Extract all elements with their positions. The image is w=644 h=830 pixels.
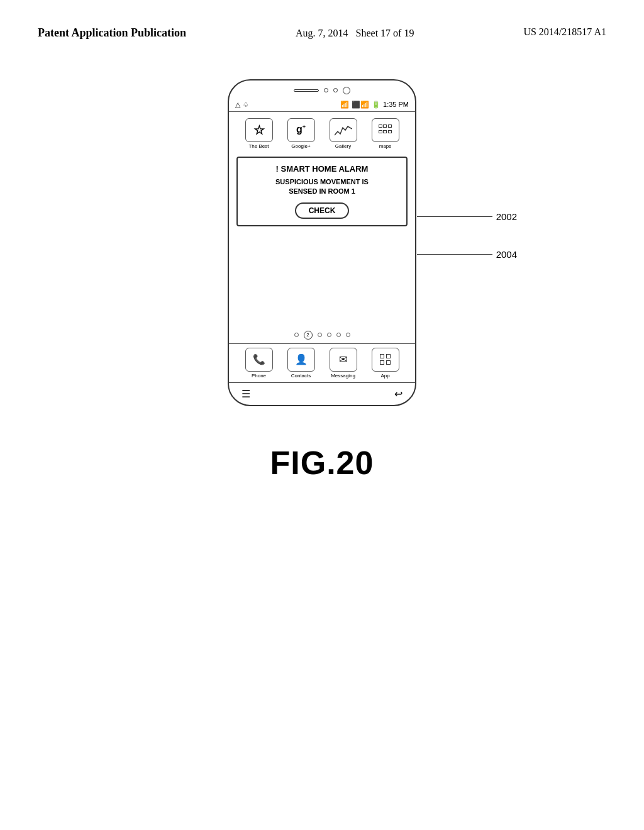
- status-time: 1:35 PM: [383, 101, 409, 108]
- speaker-grille: [294, 89, 319, 92]
- page-header: Patent Application Publication Aug. 7, 2…: [0, 0, 644, 42]
- app-label: App: [380, 373, 389, 379]
- spacer: [229, 231, 415, 325]
- googleplus-icon-box: g+: [287, 118, 315, 142]
- thebest-icon-box: ☆: [245, 118, 273, 142]
- status-left-icons: △ ♤: [235, 101, 249, 109]
- sheet-info: Sheet 17 of 19: [356, 28, 414, 38]
- dot-3: [318, 333, 322, 337]
- dock-contacts[interactable]: 👤 Contacts: [287, 348, 315, 379]
- annotation-2004-label: 2004: [496, 249, 517, 260]
- publication-title: Patent Application Publication: [38, 25, 186, 41]
- phone-icon: 📞: [253, 353, 265, 365]
- star-icon: ☆: [253, 123, 265, 138]
- dot-4: [327, 333, 331, 337]
- contacts-icon-box: 👤: [287, 348, 315, 372]
- publication-date: Aug. 7, 2014: [296, 28, 348, 38]
- page-indicator-dots: 2: [229, 326, 415, 343]
- alert-icon: △: [235, 101, 240, 109]
- annotation-2004-line: [417, 254, 492, 255]
- status-bar: △ ♤ 📶 ⬛📶 🔋 1:35 PM: [229, 98, 415, 112]
- phone-top-bar: [229, 80, 415, 98]
- battery-icon: 🔋: [372, 101, 380, 109]
- back-icon[interactable]: ↩: [394, 388, 402, 400]
- bottom-dock: 📞 Phone 👤 Contacts ✉ Messaging: [229, 343, 415, 382]
- messaging-icon-box: ✉: [330, 348, 357, 372]
- sensor-dot: [333, 88, 338, 92]
- app-icon-thebest[interactable]: ☆ The Best: [245, 118, 273, 149]
- wifi-icon: 📶: [340, 101, 349, 109]
- annotation-2002-label: 2002: [496, 211, 517, 222]
- maps-grid-icon: [379, 124, 392, 136]
- app-icons-row: ☆ The Best g+ Google+ Ga: [229, 112, 415, 152]
- home-button-top: [343, 87, 350, 94]
- dot-2-active: 2: [304, 331, 313, 340]
- phone-label: Phone: [252, 373, 266, 379]
- figure-caption: FIG.20: [270, 444, 374, 482]
- gallery-chart-icon: [335, 124, 352, 136]
- notification-card: ! SMART HOME ALARM SUSPICIOUS MOVEMENT I…: [236, 157, 408, 227]
- messaging-label: Messaging: [331, 373, 355, 379]
- contacts-label: Contacts: [291, 373, 311, 379]
- notification-title: ! SMART HOME ALARM: [245, 164, 399, 174]
- annotation-2002: 2002: [417, 211, 517, 222]
- app-icon-box: [372, 348, 399, 372]
- menu-icon[interactable]: ☰: [242, 388, 250, 400]
- gallery-icon-box: [330, 118, 357, 142]
- annotation-2004: 2004: [417, 249, 517, 260]
- phone-nav-bar: ☰ ↩: [229, 382, 415, 405]
- signal-bars-icon: ⬛📶: [352, 101, 369, 109]
- googleplus-label: Google+: [291, 143, 310, 149]
- lock-icon: ♤: [243, 101, 249, 109]
- annotation-2002-line: [417, 216, 492, 217]
- thebest-label: The Best: [248, 143, 269, 149]
- status-right-icons: 📶 ⬛📶 🔋 1:35 PM: [340, 101, 409, 109]
- dock-messaging[interactable]: ✉ Messaging: [330, 348, 357, 379]
- patent-number: US 2014/218517 A1: [523, 25, 606, 39]
- mail-icon: ✉: [339, 353, 347, 365]
- app-icon-maps[interactable]: maps: [372, 118, 399, 149]
- phone-mockup: △ ♤ 📶 ⬛📶 🔋 1:35 PM ☆ The Best: [228, 79, 416, 406]
- main-content: △ ♤ 📶 ⬛📶 🔋 1:35 PM ☆ The Best: [0, 79, 644, 482]
- phone-icon-box: 📞: [245, 348, 273, 372]
- maps-label: maps: [379, 143, 392, 149]
- phone-figure-wrapper: △ ♤ 📶 ⬛📶 🔋 1:35 PM ☆ The Best: [228, 79, 416, 406]
- dock-phone[interactable]: 📞 Phone: [245, 348, 273, 379]
- contacts-icon: 👤: [295, 353, 308, 365]
- gallery-label: Gallery: [335, 143, 351, 149]
- dock-app[interactable]: App: [372, 348, 399, 379]
- check-button[interactable]: CHECK: [295, 202, 350, 219]
- googleplus-icon: g+: [296, 124, 306, 135]
- dot-1: [294, 333, 299, 337]
- publication-date-sheet: Aug. 7, 2014 Sheet 17 of 19: [296, 25, 414, 42]
- notification-body: SUSPICIOUS MOVEMENT ISSENSED IN ROOM 1: [245, 177, 399, 197]
- app-icon-gallery[interactable]: Gallery: [330, 118, 357, 149]
- app-grid-icon: [380, 354, 391, 365]
- camera-dot: [324, 88, 328, 92]
- app-icon-googleplus[interactable]: g+ Google+: [287, 118, 315, 149]
- dot-6: [346, 333, 350, 337]
- maps-icon-box: [372, 118, 399, 142]
- dot-5: [336, 333, 341, 337]
